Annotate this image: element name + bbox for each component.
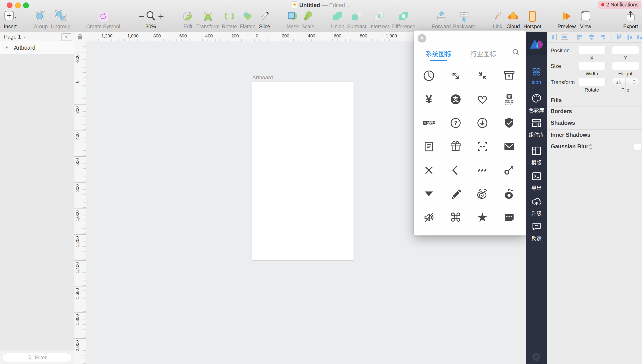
vruler-tick-label: 0 bbox=[75, 80, 80, 83]
atm-icon[interactable]: ¥ bbox=[496, 64, 522, 88]
mail-icon[interactable] bbox=[496, 135, 522, 158]
toolbar-backward-button[interactable]: Backward bbox=[448, 9, 481, 32]
hruler-tick-label: 800 bbox=[360, 34, 367, 38]
caret-down-icon[interactable] bbox=[415, 182, 442, 206]
section-shadows[interactable]: Shadows bbox=[551, 120, 575, 126]
plugin-sidebar-item-feedback[interactable]: 反馈 bbox=[526, 222, 547, 242]
page-selector-bar[interactable]: Page 1 ⌄ ▼ bbox=[0, 32, 75, 42]
section-borders[interactable]: Borders bbox=[551, 108, 572, 114]
page-selector-label[interactable]: Page 1 bbox=[4, 34, 21, 40]
size-width-input[interactable] bbox=[579, 62, 605, 70]
title-chevron-icon[interactable]: ⌄ bbox=[347, 3, 350, 8]
shield-check-icon[interactable] bbox=[496, 111, 522, 135]
command-icon[interactable]: ⌘ bbox=[442, 206, 469, 229]
alipay-app-icon[interactable]: 支支付宝ALIPAY bbox=[496, 88, 522, 111]
weibo-simple-icon[interactable] bbox=[496, 182, 522, 206]
icon-grid: ¥¥支支支付宝ALIPAY支支付宝ALIPAY?⌘★ bbox=[415, 64, 524, 229]
key-icon[interactable] bbox=[496, 158, 522, 182]
y-label: Y bbox=[612, 55, 638, 61]
align-center-horizontal-icon[interactable] bbox=[587, 34, 596, 41]
position-y-input[interactable] bbox=[612, 46, 639, 54]
chevron-left-icon[interactable] bbox=[442, 158, 469, 182]
artboard-title[interactable]: Artboard bbox=[252, 74, 273, 81]
icon-library-panel: ✕ 系统图标 行业图标 ¥¥支支支付宝ALIPAY支支付宝ALIPAY?⌘★ bbox=[414, 30, 526, 236]
panel-close-button[interactable]: ✕ bbox=[418, 34, 426, 42]
mute-icon[interactable] bbox=[415, 206, 442, 229]
alipay-logo-icon[interactable]: 支支付宝ALIPAY bbox=[415, 111, 442, 135]
align-top-icon[interactable] bbox=[614, 34, 623, 41]
plugin-logo[interactable] bbox=[526, 32, 547, 55]
align-bottom-icon[interactable] bbox=[635, 34, 642, 41]
plugin-sidebar-item-color-library[interactable]: 色彩库 bbox=[526, 93, 547, 114]
collapse-icon[interactable] bbox=[469, 64, 496, 88]
section-inner-shadows[interactable]: Inner Shadows bbox=[551, 132, 590, 138]
layer-row-artboard[interactable]: ▼ Artboard bbox=[0, 42, 75, 54]
scan-icon[interactable] bbox=[469, 135, 496, 158]
artboard[interactable] bbox=[252, 82, 354, 260]
download-circle-icon[interactable] bbox=[469, 111, 496, 135]
toolbar-hotspot-button[interactable]: Hotspot bbox=[516, 9, 549, 32]
flip-control[interactable] bbox=[612, 78, 639, 86]
gift-icon[interactable] bbox=[442, 135, 469, 158]
tab-system-icons[interactable]: 系统图标 bbox=[424, 49, 452, 58]
plugin-close-button[interactable]: ✕ bbox=[532, 353, 540, 361]
toolbar-view-button[interactable]: View bbox=[569, 9, 602, 32]
vruler-tick-label: 1,600 bbox=[75, 288, 80, 299]
pencil-icon[interactable] bbox=[442, 182, 469, 206]
align-right-icon[interactable] bbox=[598, 34, 607, 41]
plugin-sidebar-item-template[interactable]: 模版 bbox=[526, 146, 547, 166]
alignment-toolbar bbox=[547, 32, 642, 42]
clock-icon[interactable] bbox=[415, 64, 442, 88]
flip-label: Flip bbox=[612, 87, 638, 93]
notifications-badge[interactable]: 2 Notifications bbox=[598, 1, 641, 9]
heart-icon[interactable] bbox=[469, 88, 496, 111]
filter-input[interactable]: Filter bbox=[3, 353, 71, 362]
message-icon[interactable] bbox=[496, 206, 522, 229]
align-middle-vertical-icon[interactable] bbox=[625, 34, 634, 41]
question-circle-icon[interactable]: ? bbox=[442, 111, 469, 135]
plugin-sidebar-item-upgrade[interactable]: 升级 bbox=[526, 196, 547, 217]
disclosure-triangle-icon[interactable]: ▼ bbox=[5, 46, 9, 50]
slice-icon bbox=[258, 9, 271, 23]
search-icon[interactable] bbox=[512, 48, 520, 56]
align-left-icon[interactable] bbox=[576, 34, 585, 41]
hruler-tick-label: 0 bbox=[256, 34, 258, 38]
distribute-vertically-icon[interactable] bbox=[560, 34, 569, 41]
insert-icon bbox=[4, 9, 17, 23]
position-x-input[interactable] bbox=[579, 46, 605, 54]
vruler-tick-label: 1,800 bbox=[75, 314, 80, 325]
plugin-sidebar-item-icon[interactable]: icon bbox=[526, 66, 547, 85]
rotate-input[interactable] bbox=[579, 78, 605, 86]
section-gaussian-blur[interactable]: Gaussian Blur bbox=[551, 143, 588, 150]
section-fills[interactable]: Fills bbox=[551, 97, 562, 103]
blur-type-selector[interactable] bbox=[588, 144, 594, 150]
flip-vertical-button[interactable] bbox=[626, 78, 639, 86]
plugin-sidebar-item-component-library[interactable]: 组件库 bbox=[526, 118, 547, 138]
yuan-icon[interactable]: ¥ bbox=[415, 88, 442, 111]
document-icon[interactable] bbox=[415, 135, 442, 158]
star-icon[interactable]: ★ bbox=[469, 206, 496, 229]
lock-icon[interactable] bbox=[77, 34, 83, 40]
toolbar-ungroup-button[interactable]: Ungroup bbox=[44, 9, 77, 32]
flip-horizontal-button[interactable] bbox=[612, 78, 626, 86]
toolbar-difference-button[interactable]: Difference bbox=[387, 9, 420, 32]
svg-text:ALIPAY: ALIPAY bbox=[505, 103, 513, 105]
close-icon[interactable] bbox=[415, 158, 442, 182]
plugin-sidebar-item-export[interactable]: 导出 bbox=[526, 171, 547, 191]
document-state: — Edited bbox=[322, 2, 345, 8]
page-list-toggle-button[interactable]: ▼ bbox=[61, 33, 71, 41]
toolbar-create-symbol-button[interactable]: Create Symbol bbox=[87, 9, 120, 32]
tab-industry-icons[interactable]: 行业图标 bbox=[469, 49, 497, 58]
toolbar-insert-button[interactable]: Insert bbox=[0, 9, 27, 32]
alipay-circle-icon[interactable]: 支 bbox=[442, 88, 469, 111]
weibo-icon[interactable] bbox=[469, 182, 496, 206]
toolbar-export-button[interactable]: Export bbox=[614, 9, 642, 32]
toolbar-scale-button[interactable]: Scale bbox=[291, 9, 325, 32]
expand-icon[interactable] bbox=[442, 64, 469, 88]
ellipsis-icon[interactable] bbox=[469, 158, 496, 182]
window-chrome: Untitled — Edited ⌄ 2 Notifications Inse… bbox=[0, 0, 642, 32]
size-height-input[interactable] bbox=[612, 62, 639, 70]
distribute-horizontally-icon[interactable] bbox=[549, 34, 558, 41]
filter-bar: Filter bbox=[0, 350, 75, 364]
gaussian-blur-checkbox[interactable] bbox=[634, 143, 641, 150]
